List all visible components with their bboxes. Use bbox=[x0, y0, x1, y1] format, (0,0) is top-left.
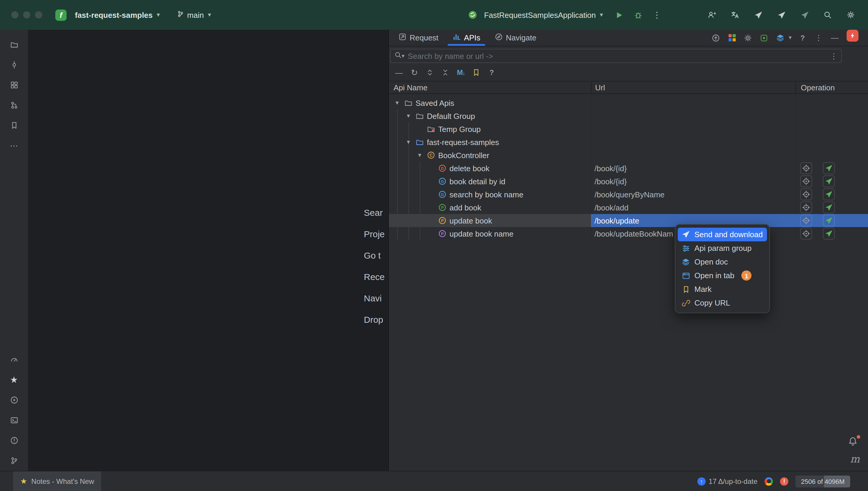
update-icon[interactable] bbox=[710, 32, 722, 44]
api-debug-icon[interactable] bbox=[758, 32, 770, 44]
table-row[interactable]: ▼Temp Group bbox=[389, 122, 868, 136]
notifications-bell-icon[interactable] bbox=[848, 436, 860, 448]
api-url-cell[interactable]: /book/queryByName bbox=[591, 188, 795, 201]
table-row[interactable]: ▼Default Group bbox=[389, 109, 868, 122]
project-icon[interactable] bbox=[4, 34, 24, 55]
error-notification-icon[interactable]: ! bbox=[780, 477, 788, 485]
structure-icon[interactable] bbox=[4, 75, 24, 95]
expand-all-icon[interactable] bbox=[423, 66, 436, 79]
send-icon-3[interactable] bbox=[797, 7, 812, 23]
memory-indicator[interactable]: 2506 of 4096M bbox=[795, 475, 850, 487]
terminal-icon[interactable] bbox=[4, 410, 24, 430]
send-request-button[interactable] bbox=[823, 162, 835, 174]
api-name-cell[interactable]: ▼Default Group bbox=[389, 109, 591, 122]
add-user-icon[interactable] bbox=[704, 7, 719, 23]
menu-item-send-and-download[interactable]: Send and download bbox=[678, 228, 767, 241]
run-icon[interactable] bbox=[4, 390, 24, 410]
table-row[interactable]: ▼fast-request-samples bbox=[389, 136, 868, 149]
api-name-cell[interactable]: ▼Saved Apis bbox=[389, 96, 591, 109]
api-name-cell[interactable]: ▼Ddelete book bbox=[389, 162, 591, 175]
api-search-field[interactable]: ▼ ⋮ bbox=[390, 49, 842, 63]
table-row[interactable]: ▼Padd book/book/add bbox=[389, 201, 868, 214]
navigate-to-code-button[interactable] bbox=[800, 214, 812, 227]
branch-selector[interactable]: main ▼ bbox=[173, 8, 215, 21]
git-icon[interactable] bbox=[4, 451, 24, 471]
api-name-cell[interactable]: ▼Temp Group bbox=[389, 122, 591, 136]
menu-item-mark[interactable]: Mark bbox=[678, 282, 767, 296]
send-icon[interactable] bbox=[750, 7, 766, 23]
api-url-cell[interactable] bbox=[591, 136, 795, 149]
column-header-operation[interactable]: Operation bbox=[795, 81, 868, 93]
table-row[interactable]: ▼Gsearch by book name/book/queryByName bbox=[389, 188, 868, 201]
table-row[interactable]: ▼Ddelete book/book/{id} bbox=[389, 162, 868, 175]
minimize-window-button[interactable] bbox=[23, 11, 30, 19]
favorites-icon[interactable]: ★ bbox=[4, 370, 24, 390]
navigate-to-code-button[interactable] bbox=[800, 228, 812, 239]
api-url-cell[interactable] bbox=[591, 149, 795, 162]
problems-icon[interactable] bbox=[4, 430, 24, 451]
translate-icon[interactable] bbox=[727, 7, 743, 23]
table-row[interactable]: ▼Pupdate book name/book/updateBookNam bbox=[389, 227, 868, 240]
debug-button[interactable] bbox=[630, 7, 646, 23]
send-request-button[interactable] bbox=[823, 228, 835, 239]
tab-request[interactable]: Request bbox=[391, 30, 445, 46]
send-request-button[interactable] bbox=[823, 189, 835, 200]
search-icon[interactable] bbox=[820, 7, 835, 23]
table-row[interactable]: ▼Pupdate book/book/update bbox=[389, 214, 868, 227]
more-icon[interactable]: ⋯ bbox=[4, 136, 24, 156]
help-icon[interactable]: ? bbox=[797, 32, 809, 44]
api-url-cell[interactable]: /book/{id} bbox=[591, 162, 795, 175]
menu-item-copy-url[interactable]: Copy URL bbox=[678, 296, 767, 310]
api-url-cell[interactable] bbox=[591, 122, 795, 136]
tree-chevron-icon[interactable]: ▼ bbox=[393, 100, 402, 106]
more-actions-button[interactable]: ⋮ bbox=[649, 7, 665, 23]
api-url-cell[interactable]: /book/{id} bbox=[591, 175, 795, 188]
maven-tool-icon[interactable]: m bbox=[850, 453, 860, 465]
help-icon[interactable]: ? bbox=[485, 66, 498, 79]
api-name-cell[interactable]: ▼CBookController bbox=[389, 149, 591, 162]
more-icon[interactable]: ⋮ bbox=[813, 32, 824, 44]
close-window-button[interactable] bbox=[11, 11, 19, 19]
settings-icon[interactable] bbox=[742, 32, 754, 44]
search-input[interactable] bbox=[405, 51, 830, 60]
project-selector[interactable]: fast-request-samples ▼ bbox=[71, 9, 164, 21]
tree-chevron-icon[interactable]: ▼ bbox=[404, 113, 413, 119]
pull-requests-icon[interactable] bbox=[4, 95, 24, 115]
api-name-cell[interactable]: ▼Pupdate book name bbox=[389, 227, 591, 240]
profiler-icon[interactable] bbox=[4, 349, 24, 370]
menu-item-open-doc[interactable]: Open doc bbox=[678, 255, 767, 269]
table-row[interactable]: ▼CBookController bbox=[389, 149, 868, 162]
api-url-cell[interactable] bbox=[591, 109, 795, 122]
maximize-window-button[interactable] bbox=[35, 11, 42, 19]
editor-area[interactable]: SearProjeGo tReceNaviDrop bbox=[29, 30, 388, 471]
menu-item-api-param-group[interactable]: Api param group bbox=[678, 241, 767, 255]
menu-item-open-in-tab[interactable]: Open in tab1 bbox=[678, 269, 767, 282]
navigate-to-code-button[interactable] bbox=[800, 189, 812, 200]
window-controls[interactable] bbox=[11, 11, 42, 19]
tree-chevron-icon[interactable]: ▼ bbox=[404, 139, 413, 145]
collapse-icon[interactable]: — bbox=[393, 66, 405, 79]
column-header-url[interactable]: Url bbox=[591, 81, 795, 93]
bookmarks-icon[interactable] bbox=[4, 115, 24, 136]
run-config-selector[interactable]: FastRequestSamplesApplication ▼ bbox=[484, 9, 608, 21]
navigate-to-code-button[interactable] bbox=[800, 202, 812, 213]
send-request-button[interactable] bbox=[823, 202, 835, 213]
plugin-logo-icon[interactable] bbox=[726, 32, 738, 44]
layers-icon[interactable] bbox=[774, 32, 786, 44]
api-name-cell[interactable]: ▼fast-request-samples bbox=[389, 136, 591, 149]
tree-chevron-icon[interactable]: ▼ bbox=[415, 152, 425, 158]
account-avatar[interactable] bbox=[847, 30, 859, 41]
bookmark-icon[interactable] bbox=[470, 66, 483, 79]
hide-icon[interactable]: — bbox=[829, 32, 841, 44]
vcs-status-widget[interactable]: ↑ 17 Δ/up-to-date bbox=[697, 477, 757, 485]
navigate-to-code-button[interactable] bbox=[800, 175, 812, 187]
collapse-all-icon[interactable] bbox=[439, 66, 452, 79]
settings-icon[interactable] bbox=[843, 7, 859, 23]
api-name-cell[interactable]: ▼Padd book bbox=[389, 201, 591, 214]
send-icon-2[interactable] bbox=[774, 7, 789, 23]
search-options-icon[interactable]: ⋮ bbox=[830, 51, 838, 60]
send-request-button[interactable] bbox=[823, 175, 835, 187]
column-header-api-name[interactable]: Api Name bbox=[389, 83, 591, 92]
api-url-cell[interactable]: /book/add bbox=[591, 201, 795, 214]
commit-icon[interactable] bbox=[4, 55, 24, 75]
